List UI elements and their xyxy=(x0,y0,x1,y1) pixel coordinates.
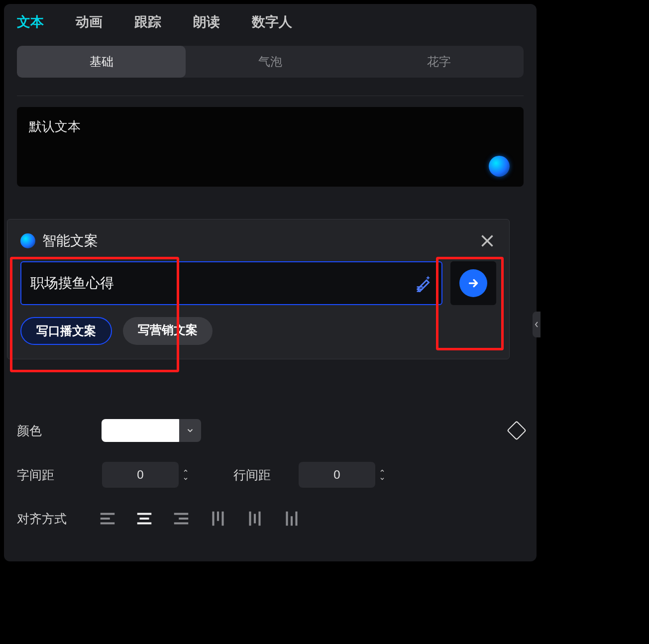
smart-input-field[interactable] xyxy=(30,275,415,291)
align-label: 对齐方式 xyxy=(17,511,67,527)
style-controls: 颜色 字间距 0 行间距 0 对齐方式 xyxy=(4,399,537,530)
chevron-up-icon[interactable] xyxy=(182,468,199,474)
text-content-value: 默认文本 xyxy=(29,119,81,134)
keyframe-diamond-icon[interactable] xyxy=(507,421,527,440)
line-spacing-input[interactable]: 0 xyxy=(299,462,375,488)
align-center-icon[interactable] xyxy=(133,508,155,530)
letter-spacing-stepper[interactable] xyxy=(182,462,199,488)
chip-marketing-copy[interactable]: 写营销文案 xyxy=(123,317,213,345)
chevron-down-icon[interactable] xyxy=(378,476,395,482)
copy-type-chips: 写口播文案 写营销文案 xyxy=(20,317,496,345)
chevron-down-icon[interactable] xyxy=(182,476,199,482)
tab-tracking[interactable]: 跟踪 xyxy=(134,13,161,31)
color-row: 颜色 xyxy=(17,419,524,442)
align-vertical-bottom-icon[interactable] xyxy=(281,508,303,530)
arrow-right-icon xyxy=(459,269,487,297)
chevron-up-icon[interactable] xyxy=(378,468,395,474)
tab-read[interactable]: 朗读 xyxy=(193,13,220,31)
top-tabs: 文本 动画 跟踪 朗读 数字人 xyxy=(4,4,537,46)
ai-orb-icon[interactable] xyxy=(489,156,510,177)
spacing-row: 字间距 0 行间距 0 xyxy=(17,462,524,488)
ai-orb-small-icon xyxy=(20,233,35,248)
popup-header: 智能文案 xyxy=(20,231,496,250)
color-dropdown[interactable] xyxy=(179,419,201,442)
color-label: 颜色 xyxy=(17,423,42,439)
chip-broadcast-copy[interactable]: 写口播文案 xyxy=(20,317,112,345)
tab-animation[interactable]: 动画 xyxy=(76,13,103,31)
smart-input[interactable] xyxy=(20,261,442,305)
popup-title: 智能文案 xyxy=(42,231,98,250)
collapse-handle[interactable] xyxy=(533,312,541,337)
subtab-fancy[interactable]: 花字 xyxy=(355,46,524,78)
subtab-basic[interactable]: 基础 xyxy=(17,46,186,78)
letter-spacing-input[interactable]: 0 xyxy=(102,462,179,488)
align-buttons xyxy=(97,508,303,530)
align-left-icon[interactable] xyxy=(97,508,118,530)
color-swatch[interactable] xyxy=(102,419,182,442)
tab-text[interactable]: 文本 xyxy=(17,13,44,31)
smart-copy-popup: 智能文案 写口播文案 xyxy=(7,219,510,359)
line-spacing-label: 行间距 xyxy=(233,467,271,483)
subtab-bubble[interactable]: 气泡 xyxy=(186,46,354,78)
smart-input-row xyxy=(20,261,496,305)
sub-tabs: 基础 气泡 花字 xyxy=(17,46,524,78)
send-button[interactable] xyxy=(450,261,496,305)
magic-wand-icon[interactable] xyxy=(415,274,433,292)
text-content-box[interactable]: 默认文本 xyxy=(17,107,524,187)
align-vertical-top-icon[interactable] xyxy=(207,508,229,530)
text-panel: 文本 动画 跟踪 朗读 数字人 基础 气泡 花字 默认文本 智能文案 xyxy=(4,4,537,561)
tab-digital-human[interactable]: 数字人 xyxy=(252,13,292,31)
divider xyxy=(17,96,524,96)
align-row: 对齐方式 xyxy=(17,508,524,530)
letter-spacing-label: 字间距 xyxy=(17,467,54,483)
align-vertical-center-icon[interactable] xyxy=(244,508,266,530)
line-spacing-stepper[interactable] xyxy=(378,462,395,488)
close-icon[interactable] xyxy=(478,232,496,250)
align-right-icon[interactable] xyxy=(170,508,192,530)
